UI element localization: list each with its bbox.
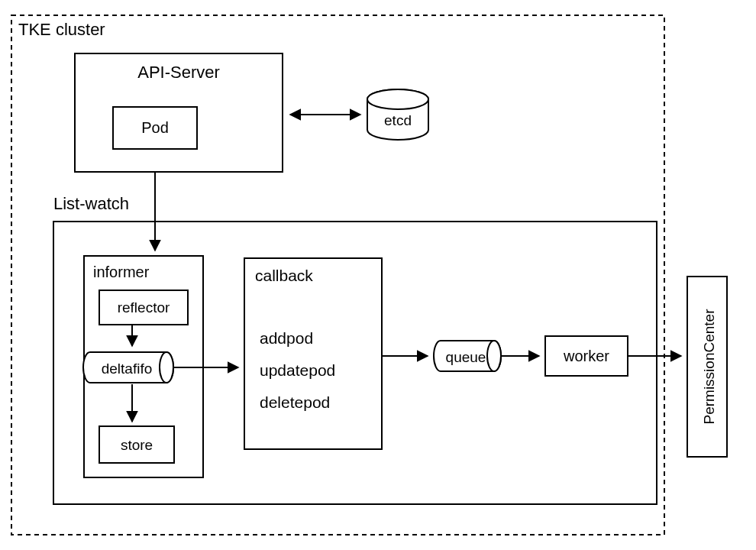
tke-cluster-title: TKE cluster	[18, 20, 105, 39]
store-label: store	[121, 437, 153, 453]
callback-title: callback	[255, 267, 313, 284]
callback-delete: deletepod	[260, 393, 330, 411]
worker-box: worker	[545, 336, 628, 376]
reflector-box: reflector	[99, 290, 188, 325]
reflector-label: reflector	[118, 299, 170, 315]
pod-label: Pod	[141, 119, 169, 136]
queue-label: queue	[446, 349, 486, 365]
callback-add: addpod	[260, 329, 313, 347]
permission-center-label: PermissionCenter	[701, 309, 717, 425]
svg-point-11	[487, 341, 501, 371]
api-server-title: API-Server	[137, 63, 220, 82]
deltafifo-cylinder: deltafifo	[83, 352, 173, 383]
worker-label: worker	[563, 348, 609, 364]
informer-title: informer	[93, 264, 150, 280]
svg-rect-10	[244, 258, 382, 449]
svg-point-8	[160, 352, 173, 383]
etcd-cylinder: etcd	[367, 89, 428, 140]
svg-point-4	[367, 89, 428, 109]
queue-cylinder: queue	[434, 341, 501, 371]
deltafifo-label: deltafifo	[102, 361, 153, 377]
store-box: store	[99, 426, 174, 463]
callback-update: updatepod	[260, 361, 335, 379]
etcd-label: etcd	[384, 112, 412, 128]
pod-box: Pod	[113, 107, 197, 149]
permission-center-box: PermissionCenter	[687, 277, 727, 457]
api-server-box: API-Server Pod	[75, 53, 283, 172]
callback-box: callback addpod updatepod deletepod	[244, 258, 382, 449]
list-watch-title: List-watch	[53, 194, 129, 213]
